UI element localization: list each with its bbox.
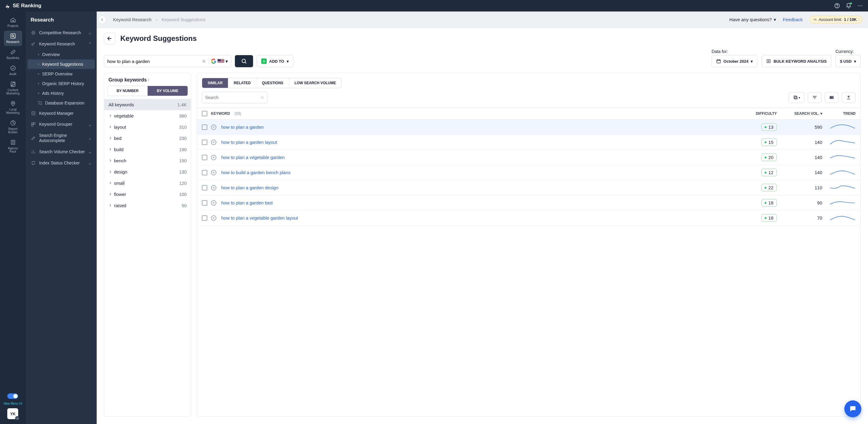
- rail-local[interactable]: Local Marketing: [4, 98, 22, 117]
- group-all-keywords[interactable]: All keywords 1.4K: [104, 99, 191, 110]
- keyword-link[interactable]: how to plan a vegetable garden layout: [221, 215, 298, 221]
- breadcrumb-root[interactable]: Keyword Research: [113, 17, 152, 22]
- group-row[interactable]: build190: [104, 144, 191, 155]
- tab-similar[interactable]: SIMILAR: [202, 78, 228, 88]
- account-limit-pill[interactable]: Account limit: 1 / 10K i: [809, 16, 863, 23]
- sidebar-item-suggestions[interactable]: Keyword Suggestions: [28, 59, 95, 69]
- sidebar-item-overview[interactable]: Overview: [28, 50, 95, 59]
- chevron-right-icon: [108, 125, 114, 130]
- volume-value: 140: [777, 155, 822, 160]
- more-icon[interactable]: [857, 3, 863, 9]
- sidebar-keyword-manager[interactable]: Keyword Manager: [26, 108, 97, 119]
- search-button[interactable]: [235, 55, 253, 67]
- sidebar-index-checker[interactable]: Index Status Checker ⌄: [26, 158, 97, 169]
- seg-by-number[interactable]: BY NUMBER: [107, 86, 148, 96]
- search-engine-selector[interactable]: ▾: [211, 59, 228, 64]
- sidebar-item-organic-history[interactable]: Organic SERP History: [28, 79, 95, 89]
- filter-button[interactable]: [808, 92, 822, 103]
- row-checkbox[interactable]: [202, 140, 207, 145]
- bell-icon[interactable]: [845, 3, 851, 9]
- chevron-right-icon: ›: [156, 17, 157, 23]
- row-checkbox[interactable]: [202, 170, 207, 175]
- add-keyword-button[interactable]: +: [211, 155, 216, 160]
- keyword-link[interactable]: how to plan a garden design: [221, 185, 278, 190]
- questions-dropdown[interactable]: Have any questions?▾: [730, 17, 776, 23]
- brand-icon: [5, 3, 10, 8]
- svg-rect-24: [795, 97, 797, 99]
- feedback-link[interactable]: Feedback: [783, 17, 803, 22]
- tab-low-volume[interactable]: LOW SEARCH VOLUME: [289, 78, 342, 88]
- keyword-link[interactable]: how to plan a vegetable garden: [221, 155, 285, 160]
- th-difficulty[interactable]: DIFFICULTY: [737, 111, 777, 116]
- export-button[interactable]: [842, 92, 856, 103]
- menu-ui-toggle[interactable]: [7, 393, 18, 399]
- group-row[interactable]: layout310: [104, 122, 191, 133]
- th-keyword[interactable]: KEYWORD: [211, 111, 230, 116]
- chat-fab[interactable]: [844, 400, 861, 417]
- sidebar-keyword-research[interactable]: Keyword Research ⌃: [26, 38, 97, 50]
- copy-button[interactable]: ▾: [788, 92, 805, 103]
- date-selector[interactable]: October 2024▾: [712, 55, 757, 67]
- add-keyword-button[interactable]: +: [211, 140, 216, 145]
- sidebar-item-ads-history[interactable]: Ads History: [28, 89, 95, 98]
- row-checkbox[interactable]: [202, 185, 207, 191]
- volume-value: 90: [777, 200, 822, 205]
- select-all-checkbox[interactable]: [202, 111, 207, 116]
- add-keyword-button[interactable]: +: [211, 125, 216, 130]
- add-keyword-button[interactable]: +: [211, 200, 216, 206]
- clear-icon[interactable]: ✕: [202, 59, 206, 64]
- currency-selector[interactable]: $ USD▾: [836, 55, 861, 67]
- tab-questions[interactable]: QUESTIONS: [256, 78, 289, 88]
- page-back-button[interactable]: [104, 33, 116, 44]
- row-checkbox[interactable]: [202, 125, 207, 130]
- sidebar-item-serp-overview[interactable]: SERP Overview: [28, 69, 95, 79]
- group-row[interactable]: bed230: [104, 133, 191, 144]
- rail-report[interactable]: Report Builder: [4, 118, 22, 136]
- keyword-input[interactable]: [107, 59, 199, 64]
- keyword-link[interactable]: how to build a garden bench plans: [221, 170, 291, 175]
- caret-down-icon: ▾: [774, 17, 776, 23]
- add-keyword-button[interactable]: +: [211, 215, 216, 221]
- rail-backlinks[interactable]: Backlinks: [4, 46, 22, 62]
- row-checkbox[interactable]: [202, 215, 207, 221]
- seg-by-volume[interactable]: BY VOLUME: [148, 86, 188, 96]
- breadcrumb-back-button[interactable]: [98, 15, 106, 24]
- avatar[interactable]: YK: [7, 408, 18, 419]
- brand-logo[interactable]: SE Ranking: [5, 3, 41, 9]
- rail-research[interactable]: Research: [4, 31, 22, 46]
- row-checkbox[interactable]: [202, 155, 207, 160]
- trend-sparkline: [830, 214, 856, 221]
- list-icon: [31, 111, 36, 116]
- group-row[interactable]: design130: [104, 166, 191, 177]
- bulk-analysis-button[interactable]: BULK KEYWORD ANALYSIS: [762, 55, 831, 67]
- group-row[interactable]: small120: [104, 177, 191, 189]
- sidebar-item-db-expansion[interactable]: Database Expansion: [28, 98, 95, 108]
- add-to-button[interactable]: +ADD TO▾: [257, 55, 293, 67]
- table-search-input[interactable]: [205, 95, 258, 100]
- help-icon[interactable]: [834, 3, 840, 9]
- info-icon[interactable]: i: [148, 78, 149, 82]
- group-row[interactable]: vegetable380: [104, 110, 191, 122]
- rail-content[interactable]: Content Marketing: [4, 79, 22, 98]
- keyword-link[interactable]: how to plan a garden layout: [221, 140, 277, 145]
- add-keyword-button[interactable]: +: [211, 170, 216, 175]
- add-keyword-button[interactable]: +: [211, 185, 216, 191]
- keyword-link[interactable]: how to plan a garden bed: [221, 200, 273, 205]
- row-checkbox[interactable]: [202, 200, 207, 206]
- th-trend[interactable]: TREND: [822, 111, 856, 116]
- sidebar-keyword-grouper[interactable]: Keyword Grouper ⌄: [26, 119, 97, 130]
- keyword-link[interactable]: how to plan a garden: [221, 125, 264, 130]
- rail-audit[interactable]: Audit: [4, 63, 22, 78]
- th-volume[interactable]: SEARCH VOL.▾: [777, 111, 822, 116]
- sidebar-volume-checker[interactable]: Search Volume Checker ⌄: [26, 146, 97, 158]
- rail-projects[interactable]: Projects: [4, 14, 22, 30]
- sidebar-competitive[interactable]: Competitive Research ⌄: [26, 27, 97, 38]
- columns-button[interactable]: [825, 92, 839, 103]
- group-row[interactable]: bench150: [104, 155, 191, 166]
- tab-related[interactable]: RELATED: [228, 78, 256, 88]
- rail-agency[interactable]: Agency Pack: [4, 137, 22, 156]
- bars-icon: [31, 149, 36, 154]
- group-row[interactable]: flower100: [104, 189, 191, 200]
- sidebar-autocomplete[interactable]: Search Engine Autocomplete ⌄: [26, 130, 97, 146]
- group-row[interactable]: raised50: [104, 200, 191, 211]
